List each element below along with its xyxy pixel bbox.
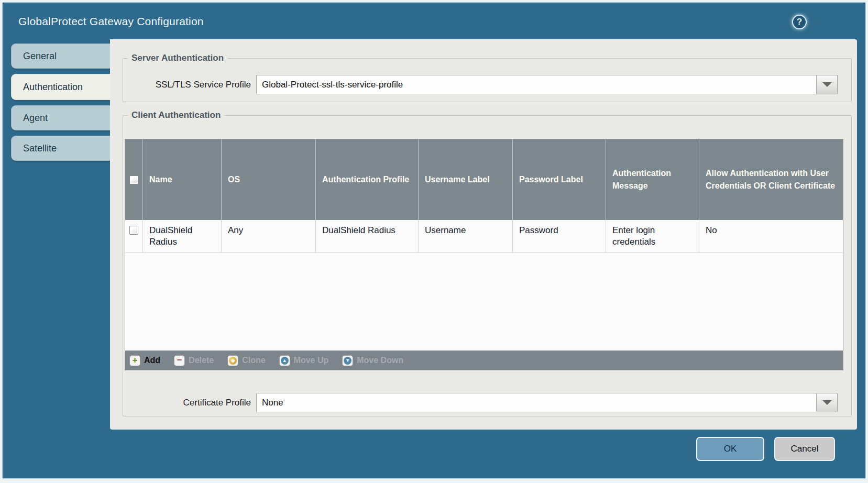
- client-authentication-legend: Client Authentication: [127, 110, 225, 120]
- clone-button[interactable]: ◆ Clone: [227, 355, 265, 366]
- cancel-button-label: Cancel: [791, 444, 819, 454]
- server-authentication-section: Server Authentication SSL/TLS Service Pr…: [123, 53, 852, 102]
- minus-icon: −: [174, 355, 185, 366]
- ssl-tls-profile-label: SSL/TLS Service Profile: [123, 80, 256, 90]
- cell-os: Any: [222, 220, 316, 253]
- select-all-checkbox[interactable]: [129, 175, 138, 184]
- column-header-allow-auth[interactable]: Allow Authentication with User Credentia…: [699, 139, 843, 220]
- arrow-up-icon: ▲: [279, 355, 290, 366]
- ssl-tls-profile-dropdown-button[interactable]: [817, 75, 838, 94]
- column-header-password-label[interactable]: Password Label: [513, 139, 606, 220]
- row-checkbox[interactable]: [129, 226, 138, 235]
- move-up-button-label: Move Up: [294, 356, 329, 365]
- move-down-button[interactable]: ▼ Move Down: [342, 355, 403, 366]
- tab-authentication-label: Authentication: [23, 82, 83, 93]
- tab-satellite[interactable]: Satellite: [11, 136, 110, 161]
- client-authentication-section: Client Authentication Name OS Authentica…: [123, 110, 852, 416]
- table-empty-area: [125, 253, 843, 350]
- gateway-config-dialog: GlobalProtect Gateway Configuration ? Ge…: [2, 2, 866, 479]
- clone-button-label: Clone: [242, 356, 265, 365]
- delete-button-label: Delete: [189, 356, 214, 365]
- cell-allow-auth: No: [699, 220, 843, 253]
- content-panel: Server Authentication SSL/TLS Service Pr…: [110, 39, 857, 430]
- cell-password-label: Password: [513, 220, 606, 253]
- help-icon[interactable]: ?: [792, 15, 807, 29]
- select-all-header-cell: [125, 139, 143, 220]
- arrow-down-icon: ▼: [342, 355, 353, 366]
- cell-name: DualShield Radius: [143, 220, 222, 253]
- server-authentication-legend: Server Authentication: [127, 53, 228, 63]
- table-header-row: Name OS Authentication Profile Username …: [125, 139, 843, 220]
- client-auth-table: Name OS Authentication Profile Username …: [125, 139, 843, 351]
- certificate-profile-dropdown-button[interactable]: [817, 393, 838, 412]
- tab-general-label: General: [23, 51, 57, 62]
- column-header-username-label[interactable]: Username Label: [419, 139, 513, 220]
- ok-button[interactable]: OK: [696, 437, 764, 461]
- column-header-auth-profile[interactable]: Authentication Profile: [316, 139, 419, 220]
- cell-auth-profile: DualShield Radius: [316, 220, 419, 253]
- certificate-profile-input[interactable]: [256, 393, 817, 412]
- cell-auth-message: Enter login credentials: [606, 220, 699, 253]
- table-toolbar: + Add − Delete ◆ Clone ▲ Move Up ▼ Mov: [125, 351, 843, 370]
- certificate-profile-combo: [256, 393, 838, 412]
- cancel-button[interactable]: Cancel: [774, 437, 835, 461]
- certificate-profile-label: Certificate Profile: [123, 398, 256, 408]
- clone-icon: ◆: [227, 355, 238, 366]
- table-row[interactable]: DualShield Radius Any DualShield Radius …: [125, 220, 843, 253]
- chevron-down-icon: [822, 400, 832, 405]
- move-down-button-label: Move Down: [357, 356, 403, 365]
- column-header-os[interactable]: OS: [222, 139, 316, 220]
- dialog-title: GlobalProtect Gateway Configuration: [18, 15, 204, 28]
- certificate-profile-row: Certificate Profile: [123, 393, 851, 412]
- ssl-tls-profile-row: SSL/TLS Service Profile: [123, 75, 851, 94]
- add-button[interactable]: + Add: [129, 355, 160, 366]
- ssl-tls-profile-combo: [256, 75, 838, 94]
- tab-agent[interactable]: Agent: [11, 105, 110, 130]
- move-up-button[interactable]: ▲ Move Up: [279, 355, 329, 366]
- column-header-auth-message[interactable]: Authentication Message: [606, 139, 699, 220]
- column-header-name[interactable]: Name: [143, 139, 222, 220]
- cell-username-label: Username: [419, 220, 513, 253]
- ssl-tls-profile-input[interactable]: [256, 75, 817, 94]
- tab-general[interactable]: General: [11, 43, 110, 69]
- tab-agent-label: Agent: [23, 113, 48, 124]
- plus-icon: +: [129, 355, 140, 366]
- row-checkbox-cell: [125, 220, 143, 253]
- title-bar: GlobalProtect Gateway Configuration ?: [3, 3, 865, 37]
- tab-authentication[interactable]: Authentication: [11, 74, 110, 100]
- ok-button-label: OK: [724, 444, 737, 454]
- tab-list: General Authentication Agent Satellite: [11, 43, 110, 166]
- add-button-label: Add: [144, 356, 160, 365]
- tab-satellite-label: Satellite: [23, 143, 57, 154]
- delete-button[interactable]: − Delete: [174, 355, 214, 366]
- chevron-down-icon: [822, 82, 832, 87]
